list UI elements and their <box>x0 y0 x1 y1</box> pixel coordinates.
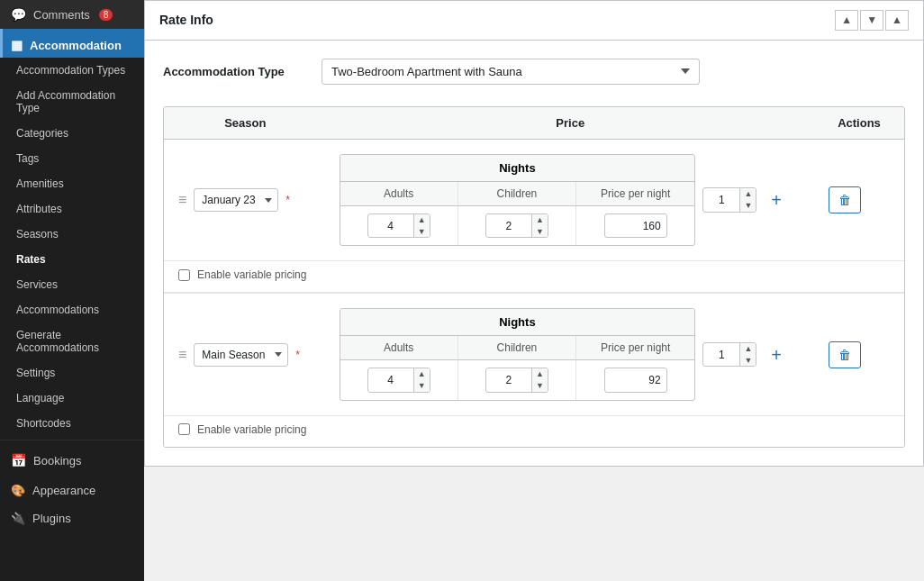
rate-row-main-season: ≡ Main Season * Nights <box>164 292 904 447</box>
sidebar-item-amenities[interactable]: Amenities <box>0 171 144 196</box>
drag-handle-january[interactable]: ≡ <box>178 193 186 207</box>
sidebar-item-services[interactable]: Services <box>0 272 144 297</box>
nights-arrows-january: ▲ ▼ <box>739 188 756 212</box>
season-cell-main-season: ≡ Main Season * <box>178 343 329 367</box>
panel-collapse-button[interactable]: ▲ <box>885 10 909 31</box>
comments-badge: 8 <box>99 9 113 21</box>
adults-spinner-main-season[interactable]: 4 ▲ ▼ <box>367 368 430 393</box>
add-price-button-january[interactable]: + <box>764 191 789 209</box>
price-table-main-season: Nights Adults Children Price per night <box>340 308 696 401</box>
children-input-cell-january: 2 ▲ ▼ <box>458 206 576 246</box>
children-arrows-main-season: ▲ ▼ <box>531 368 548 392</box>
price-inputs-january: 4 ▲ ▼ <box>340 206 695 246</box>
sidebar-item-comments[interactable]: 💬 Comments 8 <box>0 0 144 29</box>
appearance-icon: 🎨 <box>11 484 25 497</box>
plugins-icon: 🔌 <box>11 512 25 525</box>
sidebar-item-generate-accommodations[interactable]: Generate Accommodations <box>0 322 144 360</box>
children-input-cell-main-season: 2 ▲ ▼ <box>458 360 576 400</box>
adults-up-january[interactable]: ▲ <box>414 214 430 226</box>
variable-pricing-label-january[interactable]: Enable variable pricing <box>197 268 306 281</box>
panel-header: Rate Info ▲ ▼ ▲ <box>145 1 923 41</box>
actions-cell-january: 🗑 <box>800 186 890 213</box>
bookings-icon: 📅 <box>11 453 26 468</box>
children-spinner-main-season[interactable]: 2 ▲ ▼ <box>485 368 548 393</box>
variable-pricing-label-main-season[interactable]: Enable variable pricing <box>197 423 306 436</box>
panel-controls: ▲ ▼ ▲ <box>835 10 909 31</box>
panel-up-button[interactable]: ▲ <box>835 10 858 31</box>
add-price-button-main-season[interactable]: + <box>764 346 789 364</box>
adults-down-main-season[interactable]: ▼ <box>414 380 430 392</box>
children-header-main-season: Children <box>458 336 576 359</box>
variable-pricing-row-main-season: Enable variable pricing <box>164 416 904 447</box>
rate-row-january-inner: ≡ January 23 * Nights <box>164 140 904 262</box>
children-spinner-january[interactable]: 2 ▲ ▼ <box>485 213 548 239</box>
sidebar-item-language[interactable]: Language <box>0 386 144 411</box>
sidebar-item-attributes[interactable]: Attributes <box>0 196 144 222</box>
price-cell-main-season: Nights Adults Children Price per night <box>340 308 790 401</box>
panel-title: Rate Info <box>159 13 213 27</box>
children-down-main-season[interactable]: ▼ <box>532 380 548 392</box>
children-down-january[interactable]: ▼ <box>532 226 548 238</box>
sidebar-item-settings[interactable]: Settings <box>0 360 144 386</box>
bookings-label: Bookings <box>33 454 81 468</box>
delete-button-main-season[interactable]: 🗑 <box>829 341 861 368</box>
adults-spinner-january[interactable]: 4 ▲ ▼ <box>367 213 430 239</box>
nights-down-main-season[interactable]: ▼ <box>740 355 756 367</box>
sidebar-item-rates[interactable]: Rates <box>0 247 144 272</box>
sidebar-item-accommodations[interactable]: Accommodations <box>0 297 144 322</box>
price-cell-january: Nights Adults Children Price per night <box>340 154 790 247</box>
nights-area-main-season: 1 ▲ ▼ <box>702 342 756 368</box>
children-up-january[interactable]: ▲ <box>532 214 548 226</box>
sidebar-item-appearance[interactable]: 🎨 Appearance <box>0 477 144 504</box>
comments-icon: 💬 <box>11 7 26 22</box>
price-input-main-season[interactable] <box>604 368 667 393</box>
delete-button-january[interactable]: 🗑 <box>829 186 861 213</box>
nights-down-january[interactable]: ▼ <box>740 200 756 212</box>
nights-up-main-season[interactable]: ▲ <box>740 343 756 355</box>
price-table-january: Nights Adults Children Price per night <box>340 154 696 247</box>
accommodation-type-label: Accommodation Type <box>163 65 307 78</box>
sidebar-item-plugins[interactable]: 🔌 Plugins <box>0 504 144 532</box>
nights-area-january: 1 ▲ ▼ <box>702 187 756 213</box>
price-input-cell-january <box>576 206 694 246</box>
col-actions-header: Actions <box>814 107 904 139</box>
nights-header-january: Nights <box>340 155 695 182</box>
price-input-january[interactable] <box>604 213 667 239</box>
required-star-main-season: * <box>295 349 300 361</box>
children-header-january: Children <box>458 182 576 205</box>
variable-pricing-checkbox-january[interactable] <box>178 269 190 281</box>
panel-down-button[interactable]: ▼ <box>860 10 883 31</box>
panel-body: Accommodation Type Two-Bedroom Apartment… <box>145 41 923 466</box>
sidebar-item-seasons[interactable]: Seasons <box>0 222 144 247</box>
sidebar-item-accommodation-types[interactable]: Accommodation Types <box>0 58 144 83</box>
season-select-main-season[interactable]: Main Season <box>194 343 288 367</box>
nights-spinner-january[interactable]: 1 ▲ ▼ <box>702 187 756 213</box>
season-select-january[interactable]: January 23 <box>194 188 278 212</box>
sidebar-item-accommodation[interactable]: ▦ Accommodation <box>0 29 144 58</box>
adults-down-january[interactable]: ▼ <box>414 226 430 238</box>
required-star-january: * <box>285 194 290 206</box>
drag-handle-main-season[interactable]: ≡ <box>178 348 186 362</box>
nights-spinner-main-season[interactable]: 1 ▲ ▼ <box>702 342 756 368</box>
children-up-main-season[interactable]: ▲ <box>532 368 548 380</box>
sidebar-nav: Accommodation Types Add Accommodation Ty… <box>0 58 144 436</box>
accommodation-type-select[interactable]: Two-Bedroom Apartment with Sauna <box>322 59 700 85</box>
sidebar-item-add-accommodation-type[interactable]: Add Accommodation Type <box>0 83 144 121</box>
price-inputs-main-season: 4 ▲ ▼ <box>340 360 695 400</box>
sidebar: 💬 Comments 8 ▦ Accommodation Accommodati… <box>0 0 144 581</box>
price-per-night-header-main-season: Price per night <box>576 336 694 359</box>
col-price-header: Price <box>327 107 815 139</box>
adults-header-main-season: Adults <box>340 336 458 359</box>
variable-pricing-checkbox-main-season[interactable] <box>178 423 190 435</box>
appearance-label: Appearance <box>32 484 95 497</box>
season-cell-january: ≡ January 23 * <box>178 188 329 212</box>
sidebar-item-categories[interactable]: Categories <box>0 121 144 146</box>
sidebar-item-bookings[interactable]: 📅 Bookings <box>0 444 144 477</box>
adults-up-main-season[interactable]: ▲ <box>414 368 430 380</box>
nights-up-january[interactable]: ▲ <box>740 188 756 200</box>
price-subheader-main-season: Adults Children Price per night <box>340 336 695 360</box>
rate-info-panel: Rate Info ▲ ▼ ▲ Accommodation Type Two-B… <box>144 0 924 467</box>
sidebar-item-tags[interactable]: Tags <box>0 146 144 171</box>
rate-table-header: Season Price Actions <box>164 107 904 140</box>
sidebar-item-shortcodes[interactable]: Shortcodes <box>0 411 144 436</box>
